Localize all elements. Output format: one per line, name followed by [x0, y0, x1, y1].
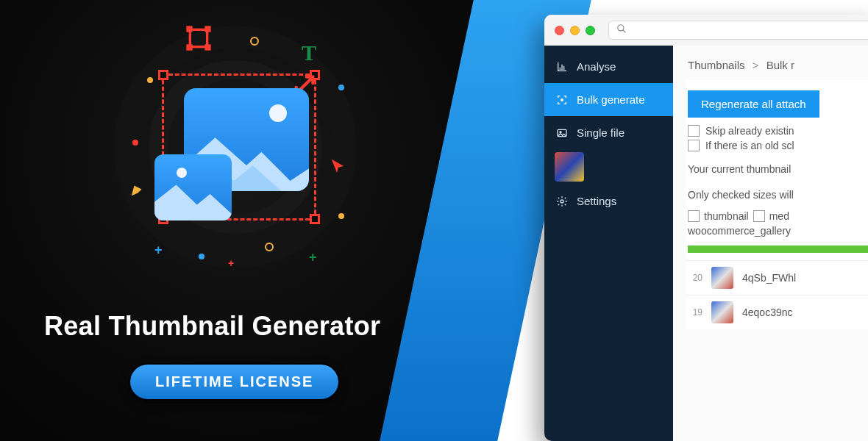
chevron-right-icon: > [753, 59, 759, 71]
dot-icon [338, 85, 344, 90]
regenerate-button[interactable]: Regenerate all attach [688, 90, 819, 118]
svg-point-9 [561, 98, 563, 101]
svg-line-8 [623, 30, 626, 33]
checkbox-label: If there is an old scl [705, 140, 794, 151]
chart-icon [556, 61, 568, 73]
sidebar-item-label: Analyse [577, 60, 616, 73]
hero-panel: T [0, 0, 485, 441]
plus-icon: + [154, 243, 163, 258]
close-icon[interactable] [555, 26, 564, 35]
sidebar-item-label: Single file [577, 126, 625, 139]
file-row[interactable]: 20 4qSb_FWhl [686, 260, 868, 295]
search-bar[interactable] [608, 21, 868, 40]
info-text: Only checked sizes will [688, 187, 868, 203]
illustration: T [118, 29, 353, 265]
size-label: woocommerce_gallery [688, 225, 868, 237]
handle-icon [310, 214, 320, 224]
breadcrumb-root[interactable]: Thumbnails [688, 59, 745, 71]
circle-icon [265, 243, 274, 251]
svg-point-11 [560, 131, 561, 132]
svg-rect-4 [204, 26, 210, 32]
plus-icon: + [228, 257, 234, 269]
file-row[interactable]: 19 4eqoc39nc [686, 295, 868, 329]
crop-icon [184, 24, 213, 56]
sidebar-item-bulk-generate[interactable]: Bulk generate [544, 83, 673, 116]
thumbnail-small [154, 154, 232, 220]
svg-rect-5 [186, 44, 192, 50]
checkbox-skip-existing[interactable] [688, 125, 700, 137]
row-filename: 4qSb_FWhl [742, 272, 796, 284]
dot-icon [199, 254, 204, 259]
lifetime-license-button[interactable]: LIFETIME LICENSE [129, 363, 340, 401]
row-thumbnail [711, 267, 733, 289]
info-text: Your current thumbnail [688, 162, 868, 177]
sidebar-item-label: Settings [577, 195, 616, 207]
breadcrumb-current: Bulk r [766, 59, 794, 71]
hero-title: Real Thumbnail Generator [44, 311, 380, 342]
progress-bar [688, 245, 868, 253]
sidebar-item-settings[interactable]: Settings [544, 184, 673, 218]
search-icon [616, 24, 627, 37]
circle-icon [250, 37, 259, 46]
text-tool-icon: T [302, 40, 316, 65]
main-panel: Regenerate all attach Skip already exist… [686, 80, 868, 329]
pen-tool-icon [129, 176, 151, 201]
focus-icon [556, 94, 568, 106]
dot-icon [338, 213, 344, 219]
row-number: 20 [688, 273, 702, 283]
svg-point-12 [561, 200, 563, 203]
plus-icon: + [309, 250, 317, 265]
size-label: thumbnail [704, 210, 749, 222]
row-filename: 4eqoc39nc [742, 306, 793, 318]
gear-icon [556, 196, 568, 207]
titlebar [544, 15, 868, 46]
svg-point-7 [618, 25, 624, 31]
checkbox-label: Skip already existin [705, 125, 794, 137]
row-number: 19 [688, 307, 702, 318]
sidebar-item-analyse[interactable]: Analyse [544, 50, 673, 83]
checkbox-size-medium[interactable] [753, 210, 765, 222]
handle-icon [158, 70, 168, 80]
sidebar-thumbnail [555, 152, 584, 182]
sidebar-item-label: Bulk generate [577, 93, 645, 106]
sidebar-item-single-file[interactable]: Single file [544, 116, 673, 149]
checkbox-size-thumbnail[interactable] [688, 210, 700, 222]
cursor-icon [330, 158, 346, 177]
content-area: Thumbnails > Bulk r Regenerate all attac… [673, 46, 868, 441]
size-label: med [769, 210, 789, 222]
app-window: Analyse Bulk generate Single file Settin [544, 15, 868, 441]
minimize-icon[interactable] [570, 26, 580, 35]
dot-icon [132, 140, 138, 146]
svg-rect-2 [190, 29, 207, 46]
sidebar: Analyse Bulk generate Single file Settin [544, 46, 673, 441]
svg-rect-6 [204, 44, 210, 50]
maximize-icon[interactable] [586, 26, 595, 35]
breadcrumb: Thumbnails > Bulk r [673, 46, 868, 80]
dot-icon [147, 77, 153, 83]
row-thumbnail [711, 301, 733, 323]
svg-rect-3 [186, 26, 192, 32]
search-input[interactable] [633, 24, 864, 36]
image-icon [556, 127, 568, 139]
checkbox-old-scheme[interactable] [688, 140, 700, 151]
